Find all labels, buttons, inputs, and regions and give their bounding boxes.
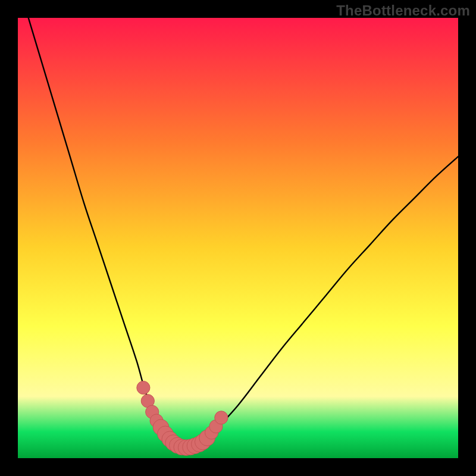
- chart-frame: TheBottleneck.com: [0, 0, 476, 476]
- curve-marker: [215, 411, 228, 424]
- gradient-background: [18, 18, 458, 458]
- bottleneck-chart: [18, 18, 458, 458]
- watermark-text: TheBottleneck.com: [336, 2, 470, 19]
- curve-marker: [137, 381, 150, 394]
